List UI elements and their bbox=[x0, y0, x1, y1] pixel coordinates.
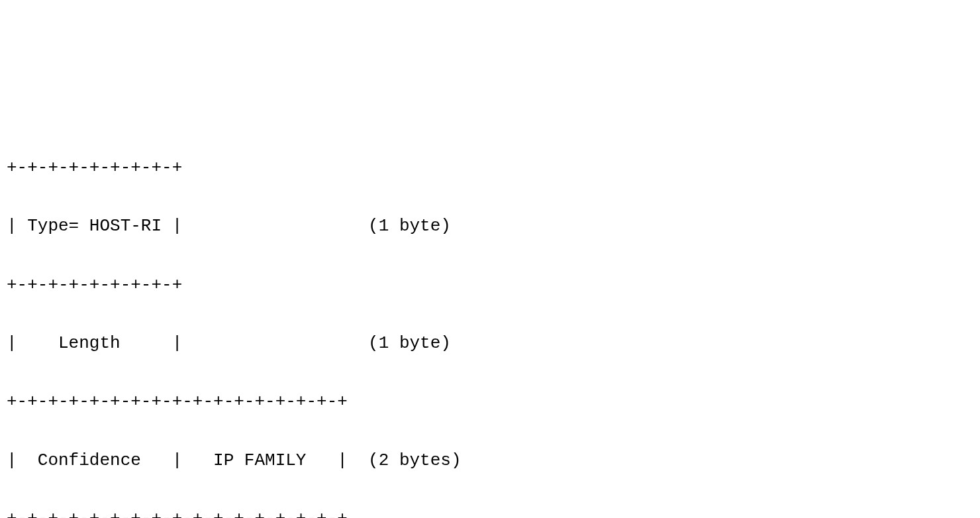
field-confidence-ipfamily-row: | Confidence | IP FAMILY | (2 bytes) bbox=[7, 446, 973, 475]
border-line-1: +-+-+-+-+-+-+-+-+ bbox=[7, 270, 973, 299]
border-line-0: +-+-+-+-+-+-+-+-+ bbox=[7, 153, 973, 182]
border-line-2: +-+-+-+-+-+-+-+-+-+-+-+-+-+-+-+-+ bbox=[7, 387, 973, 416]
packet-format-diagram: +-+-+-+-+-+-+-+-+ | Type= HOST-RI | (1 b… bbox=[7, 124, 973, 518]
border-line-3: +-+-+-+-+-+-+-+-+-+-+-+-+-+-+-+-+ bbox=[7, 504, 973, 518]
field-type-row: | Type= HOST-RI | (1 byte) bbox=[7, 211, 973, 240]
field-length-row: | Length | (1 byte) bbox=[7, 329, 973, 358]
